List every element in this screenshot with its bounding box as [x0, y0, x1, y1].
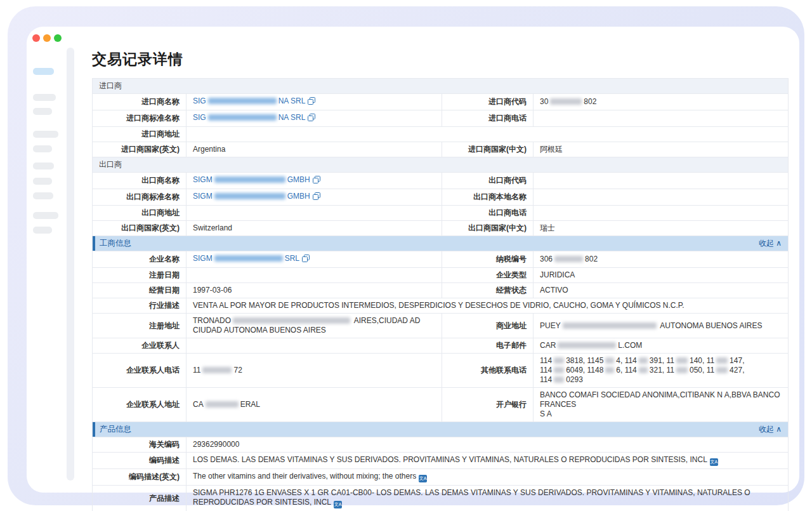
sidebar-item[interactable]: [33, 131, 58, 138]
value-text: The other vitamins and their derivatives…: [193, 472, 416, 481]
value-text[interactable]: NA SRL: [278, 96, 306, 105]
section-header: 出口商: [93, 157, 788, 172]
field-label: 编码描述: [93, 453, 187, 469]
value-text[interactable]: SIGM: [193, 254, 213, 263]
sidebar-item[interactable]: [33, 163, 54, 169]
field-label: 进口商代码: [442, 94, 534, 110]
sidebar-item[interactable]: [33, 227, 52, 234]
company-link[interactable]: SIGMGMBH: [193, 192, 320, 201]
value-text: LOS DEMAS. LAS DEMAS VITAMINAS Y SUS DER…: [193, 455, 707, 464]
value-text[interactable]: SIG: [193, 113, 206, 122]
value-text[interactable]: GMBH: [287, 192, 310, 201]
value-text[interactable]: NA SRL: [278, 113, 306, 122]
value-text: JURIDICA: [540, 270, 575, 279]
field-value: SIGNA SRL: [187, 110, 442, 127]
section-title: 工商信息: [100, 239, 131, 248]
value-text[interactable]: SIGM: [193, 192, 213, 201]
field-value: 瑞士: [534, 221, 789, 236]
collapse-button[interactable]: 收起 ∧: [759, 425, 782, 434]
value-text: 306: [540, 255, 553, 263]
redacted-text: [676, 357, 688, 364]
company-link[interactable]: SIGNA SRL: [193, 96, 315, 105]
field-label: 进口商地址: [93, 127, 187, 142]
field-label: 行业描述: [93, 298, 187, 314]
copy-icon[interactable]: [313, 176, 320, 186]
field-value: Argentina: [187, 142, 442, 157]
field-value: [187, 127, 789, 142]
copy-icon[interactable]: [308, 114, 315, 124]
value-text: VENTA AL POR MAYOR DE PRODUCTOS INTERMED…: [193, 301, 684, 310]
table-row: 进口商国家(英文)Argentina进口商国家(中文)阿根廷: [93, 142, 789, 157]
close-window-icon[interactable]: [32, 34, 40, 42]
field-value: SIGMGMBH: [187, 173, 442, 189]
field-value: 30802: [534, 94, 789, 110]
field-label: 注册地址: [93, 314, 187, 338]
value-text: 4, 114: [616, 356, 636, 365]
company-link[interactable]: SIGMSRL: [193, 254, 310, 263]
field-label: 进口商电话: [442, 110, 534, 127]
value-text: 0293: [566, 375, 583, 384]
table-row: 企业联系人电子邮件CARL.COM: [93, 338, 789, 354]
table-row: 进口商地址: [93, 127, 789, 142]
sidebar-item[interactable]: [33, 192, 53, 199]
field-label: 商业地址: [442, 314, 534, 338]
value-text: 114: [540, 356, 552, 365]
value-text[interactable]: SIGM: [193, 175, 213, 184]
section-header: 产品信息收起 ∧: [93, 422, 788, 437]
field-label: 出口商地址: [93, 206, 187, 221]
field-label: 进口商标准名称: [93, 110, 187, 127]
field-value: [534, 189, 789, 206]
field-label: 纳税编号: [442, 251, 534, 268]
value-text[interactable]: SIG: [193, 96, 206, 105]
field-label: 进口商名称: [93, 94, 187, 110]
sidebar-item[interactable]: [33, 145, 52, 152]
field-value: 阿根廷: [534, 142, 789, 157]
redacted-text: [214, 176, 285, 183]
minimize-window-icon[interactable]: [43, 34, 51, 42]
value-text[interactable]: GMBH: [287, 175, 310, 184]
value-text: CAR: [540, 341, 556, 350]
value-text: 29362990000: [193, 440, 239, 449]
sidebar-item[interactable]: [33, 178, 52, 185]
company-link[interactable]: SIGNA SRL: [193, 113, 315, 122]
field-label: 注册日期: [93, 268, 187, 283]
copy-icon[interactable]: [308, 97, 315, 107]
field-label: 海关编码: [93, 437, 187, 453]
translate-icon[interactable]: 文A: [334, 501, 342, 508]
table-row: 进口商名称SIGNA SRL进口商代码30802: [93, 94, 789, 110]
value-text: 11: [193, 366, 200, 375]
copy-icon[interactable]: [302, 255, 310, 265]
field-value: CAERAL: [187, 388, 442, 422]
collapse-button[interactable]: 收起 ∧: [759, 239, 782, 248]
value-text: 瑞士: [540, 223, 555, 232]
company-link[interactable]: SIGMGMBH: [193, 175, 320, 184]
field-label: 出口商本地名称: [442, 189, 534, 206]
value-text[interactable]: SRL: [285, 254, 299, 263]
field-value: VENTA AL POR MAYOR DE PRODUCTOS INTERMED…: [187, 298, 789, 314]
redacted-text: [554, 357, 564, 364]
value-text: ERAL: [240, 400, 260, 409]
field-value: 1143818, 11454, 114391, 11140, 11147,114…: [534, 354, 789, 388]
section-header: 进口商: [93, 79, 788, 93]
sidebar-item[interactable]: [33, 108, 52, 115]
table-row: 产品描述SIGMA PHR1276 1G ENVASES X 1 GR CA01…: [93, 486, 789, 511]
value-text: TRONADO: [193, 316, 231, 325]
field-label: 其他联系电话: [442, 354, 534, 388]
sidebar-item-active[interactable]: [33, 68, 54, 75]
maximize-window-icon[interactable]: [54, 34, 62, 42]
field-value: CARL.COM: [534, 338, 789, 354]
table-row: 海关编码29362990000: [93, 437, 789, 453]
field-label: 企业联系人电话: [93, 354, 187, 388]
field-value: The other vitamins and their derivatives…: [187, 469, 789, 486]
field-value: LOS DEMAS. LAS DEMAS VITAMINAS Y SUS DER…: [187, 453, 789, 469]
copy-icon[interactable]: [313, 192, 320, 202]
value-text: 1997-03-06: [193, 286, 232, 295]
table-row: 企业名称SIGMSRL纳税编号306802: [93, 251, 789, 268]
sidebar-item[interactable]: [33, 212, 58, 219]
translate-icon[interactable]: 文A: [419, 475, 427, 482]
section-title: 进口商: [99, 81, 122, 90]
sidebar-item[interactable]: [33, 94, 56, 101]
field-value: BANCO COMAFI SOCIEDAD ANONIMA,CITIBANK N…: [534, 388, 789, 422]
translate-icon[interactable]: 文A: [710, 458, 718, 466]
sidebar-divider: [67, 48, 74, 481]
